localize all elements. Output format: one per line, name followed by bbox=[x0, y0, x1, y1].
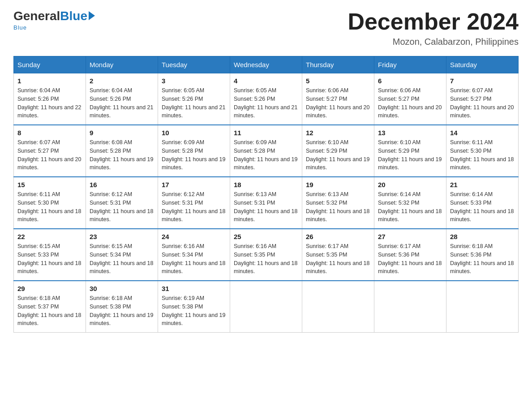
calendar-day-cell: 10 Sunrise: 6:09 AM Sunset: 5:28 PM Dayl… bbox=[158, 125, 230, 177]
day-number: 29 bbox=[17, 285, 82, 292]
day-info: Sunrise: 6:06 AM Sunset: 5:27 PM Dayligh… bbox=[378, 86, 442, 120]
calendar-day-cell: 3 Sunrise: 6:05 AM Sunset: 5:26 PM Dayli… bbox=[158, 73, 230, 125]
day-number: 23 bbox=[90, 233, 154, 240]
logo-general-text: General bbox=[13, 9, 60, 23]
day-info: Sunrise: 6:04 AM Sunset: 5:26 PM Dayligh… bbox=[17, 86, 82, 120]
calendar-table: SundayMondayTuesdayWednesdayThursdayFrid… bbox=[13, 56, 519, 333]
day-number: 16 bbox=[90, 181, 154, 188]
day-info: Sunrise: 6:15 AM Sunset: 5:33 PM Dayligh… bbox=[17, 242, 82, 276]
day-number: 20 bbox=[378, 181, 442, 188]
calendar-day-header: Saturday bbox=[446, 56, 519, 73]
calendar-day-cell: 11 Sunrise: 6:09 AM Sunset: 5:28 PM Dayl… bbox=[230, 125, 302, 177]
month-title: December 2024 bbox=[348, 9, 519, 34]
calendar-day-header: Sunday bbox=[14, 56, 86, 73]
logo-blue-text: Blue bbox=[60, 9, 87, 23]
day-number: 1 bbox=[17, 77, 82, 85]
calendar-week-row: 1 Sunrise: 6:04 AM Sunset: 5:26 PM Dayli… bbox=[14, 73, 519, 125]
calendar-day-cell: 22 Sunrise: 6:15 AM Sunset: 5:33 PM Dayl… bbox=[14, 229, 86, 281]
day-number: 26 bbox=[306, 233, 370, 240]
day-number: 3 bbox=[162, 77, 226, 85]
day-info: Sunrise: 6:04 AM Sunset: 5:26 PM Dayligh… bbox=[90, 86, 154, 120]
day-number: 2 bbox=[90, 77, 154, 85]
day-number: 21 bbox=[450, 181, 515, 188]
calendar-day-cell: 12 Sunrise: 6:10 AM Sunset: 5:29 PM Dayl… bbox=[302, 125, 374, 177]
calendar-day-header: Monday bbox=[86, 56, 158, 73]
day-number: 11 bbox=[234, 129, 298, 137]
day-number: 5 bbox=[306, 77, 370, 85]
day-number: 13 bbox=[378, 129, 442, 137]
calendar-day-cell: 30 Sunrise: 6:18 AM Sunset: 5:38 PM Dayl… bbox=[86, 281, 158, 333]
day-number: 31 bbox=[162, 285, 226, 292]
calendar-day-cell: 27 Sunrise: 6:17 AM Sunset: 5:36 PM Dayl… bbox=[374, 229, 446, 281]
day-number: 10 bbox=[162, 129, 226, 137]
calendar-day-cell bbox=[302, 281, 374, 333]
calendar-day-cell: 31 Sunrise: 6:19 AM Sunset: 5:38 PM Dayl… bbox=[158, 281, 230, 333]
day-number: 14 bbox=[450, 129, 515, 137]
calendar-day-header: Friday bbox=[374, 56, 446, 73]
day-info: Sunrise: 6:17 AM Sunset: 5:36 PM Dayligh… bbox=[378, 242, 442, 276]
day-number: 19 bbox=[306, 181, 370, 188]
calendar-week-row: 29 Sunrise: 6:18 AM Sunset: 5:37 PM Dayl… bbox=[14, 281, 519, 333]
day-info: Sunrise: 6:05 AM Sunset: 5:26 PM Dayligh… bbox=[234, 86, 298, 120]
day-number: 15 bbox=[17, 181, 82, 188]
day-number: 27 bbox=[378, 233, 442, 240]
day-info: Sunrise: 6:12 AM Sunset: 5:31 PM Dayligh… bbox=[162, 190, 226, 224]
calendar-day-cell: 4 Sunrise: 6:05 AM Sunset: 5:26 PM Dayli… bbox=[230, 73, 302, 125]
day-info: Sunrise: 6:19 AM Sunset: 5:38 PM Dayligh… bbox=[162, 294, 226, 328]
logo-blue-part: Blue bbox=[60, 9, 95, 23]
calendar-day-cell: 5 Sunrise: 6:06 AM Sunset: 5:27 PM Dayli… bbox=[302, 73, 374, 125]
day-info: Sunrise: 6:16 AM Sunset: 5:34 PM Dayligh… bbox=[162, 242, 226, 276]
day-info: Sunrise: 6:18 AM Sunset: 5:37 PM Dayligh… bbox=[17, 294, 82, 328]
calendar-day-cell: 25 Sunrise: 6:16 AM Sunset: 5:35 PM Dayl… bbox=[230, 229, 302, 281]
day-info: Sunrise: 6:06 AM Sunset: 5:27 PM Dayligh… bbox=[306, 86, 370, 120]
day-number: 25 bbox=[234, 233, 298, 240]
day-info: Sunrise: 6:09 AM Sunset: 5:28 PM Dayligh… bbox=[162, 138, 226, 172]
day-info: Sunrise: 6:18 AM Sunset: 5:36 PM Dayligh… bbox=[450, 242, 515, 276]
calendar-day-cell bbox=[374, 281, 446, 333]
page-header: General Blue Blue December 2024 Mozon, C… bbox=[13, 9, 519, 47]
calendar-day-cell: 13 Sunrise: 6:10 AM Sunset: 5:29 PM Dayl… bbox=[374, 125, 446, 177]
calendar-day-cell: 2 Sunrise: 6:04 AM Sunset: 5:26 PM Dayli… bbox=[86, 73, 158, 125]
day-number: 8 bbox=[17, 129, 82, 137]
calendar-day-cell: 20 Sunrise: 6:14 AM Sunset: 5:32 PM Dayl… bbox=[374, 177, 446, 229]
calendar-day-cell: 26 Sunrise: 6:17 AM Sunset: 5:35 PM Dayl… bbox=[302, 229, 374, 281]
day-info: Sunrise: 6:07 AM Sunset: 5:27 PM Dayligh… bbox=[17, 138, 82, 172]
calendar-day-cell: 1 Sunrise: 6:04 AM Sunset: 5:26 PM Dayli… bbox=[14, 73, 86, 125]
calendar-day-cell: 15 Sunrise: 6:11 AM Sunset: 5:30 PM Dayl… bbox=[14, 177, 86, 229]
calendar-day-cell: 8 Sunrise: 6:07 AM Sunset: 5:27 PM Dayli… bbox=[14, 125, 86, 177]
calendar-day-cell: 29 Sunrise: 6:18 AM Sunset: 5:37 PM Dayl… bbox=[14, 281, 86, 333]
day-info: Sunrise: 6:09 AM Sunset: 5:28 PM Dayligh… bbox=[234, 138, 298, 172]
calendar-day-header: Thursday bbox=[302, 56, 374, 73]
calendar-day-cell: 28 Sunrise: 6:18 AM Sunset: 5:36 PM Dayl… bbox=[446, 229, 519, 281]
day-info: Sunrise: 6:18 AM Sunset: 5:38 PM Dayligh… bbox=[90, 294, 154, 328]
calendar-week-row: 8 Sunrise: 6:07 AM Sunset: 5:27 PM Dayli… bbox=[14, 125, 519, 177]
calendar-day-cell: 23 Sunrise: 6:15 AM Sunset: 5:34 PM Dayl… bbox=[86, 229, 158, 281]
day-number: 24 bbox=[162, 233, 226, 240]
logo-underline: Blue bbox=[13, 24, 27, 31]
day-info: Sunrise: 6:14 AM Sunset: 5:33 PM Dayligh… bbox=[450, 190, 515, 224]
day-info: Sunrise: 6:13 AM Sunset: 5:32 PM Dayligh… bbox=[306, 190, 370, 224]
day-info: Sunrise: 6:16 AM Sunset: 5:35 PM Dayligh… bbox=[234, 242, 298, 276]
day-number: 12 bbox=[306, 129, 370, 137]
day-number: 9 bbox=[90, 129, 154, 137]
calendar-day-cell: 18 Sunrise: 6:13 AM Sunset: 5:31 PM Dayl… bbox=[230, 177, 302, 229]
calendar-day-cell: 16 Sunrise: 6:12 AM Sunset: 5:31 PM Dayl… bbox=[86, 177, 158, 229]
day-info: Sunrise: 6:10 AM Sunset: 5:29 PM Dayligh… bbox=[306, 138, 370, 172]
calendar-day-cell: 9 Sunrise: 6:08 AM Sunset: 5:28 PM Dayli… bbox=[86, 125, 158, 177]
calendar-day-cell: 24 Sunrise: 6:16 AM Sunset: 5:34 PM Dayl… bbox=[158, 229, 230, 281]
calendar-day-header: Tuesday bbox=[158, 56, 230, 73]
day-info: Sunrise: 6:15 AM Sunset: 5:34 PM Dayligh… bbox=[90, 242, 154, 276]
day-info: Sunrise: 6:07 AM Sunset: 5:27 PM Dayligh… bbox=[450, 86, 515, 120]
calendar-header-row: SundayMondayTuesdayWednesdayThursdayFrid… bbox=[14, 56, 519, 73]
calendar-week-row: 15 Sunrise: 6:11 AM Sunset: 5:30 PM Dayl… bbox=[14, 177, 519, 229]
calendar-week-row: 22 Sunrise: 6:15 AM Sunset: 5:33 PM Dayl… bbox=[14, 229, 519, 281]
day-number: 7 bbox=[450, 77, 515, 85]
calendar-day-cell: 19 Sunrise: 6:13 AM Sunset: 5:32 PM Dayl… bbox=[302, 177, 374, 229]
calendar-day-header: Wednesday bbox=[230, 56, 302, 73]
day-number: 22 bbox=[17, 233, 82, 240]
day-info: Sunrise: 6:17 AM Sunset: 5:35 PM Dayligh… bbox=[306, 242, 370, 276]
calendar-day-cell: 17 Sunrise: 6:12 AM Sunset: 5:31 PM Dayl… bbox=[158, 177, 230, 229]
day-info: Sunrise: 6:13 AM Sunset: 5:31 PM Dayligh… bbox=[234, 190, 298, 224]
day-info: Sunrise: 6:11 AM Sunset: 5:30 PM Dayligh… bbox=[17, 190, 82, 224]
calendar-day-cell: 14 Sunrise: 6:11 AM Sunset: 5:30 PM Dayl… bbox=[446, 125, 519, 177]
